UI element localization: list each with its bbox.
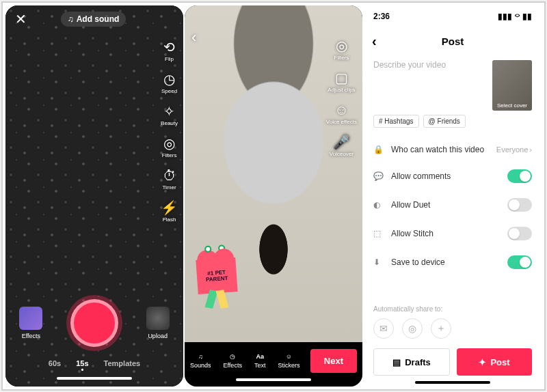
- music-note-icon: ♫: [68, 14, 74, 24]
- stitch-label: Allow Stitch: [391, 229, 433, 238]
- beauty-tool[interactable]: ✧ Beauty: [161, 104, 178, 126]
- allow-stitch-setting: ⬚ Allow Stitch: [373, 219, 532, 248]
- flash-off-icon: ⚡: [162, 200, 177, 215]
- preview-filters-label: Filters: [334, 55, 349, 61]
- sticker-text: #1 PET PARENT: [196, 268, 237, 283]
- flip-tool[interactable]: ⟲ Flip: [161, 40, 178, 62]
- battery-icon: ▮▮: [522, 12, 532, 21]
- clock-icon: ◷: [230, 353, 235, 360]
- effects-button[interactable]: Effects: [19, 307, 42, 339]
- comments-toggle[interactable]: [507, 169, 532, 183]
- speed-tool[interactable]: ◷ Speed: [161, 72, 178, 94]
- beauty-icon: ✧: [162, 104, 177, 119]
- adjust-clips-label: Adjust clips: [328, 87, 355, 93]
- timer-label: Timer: [162, 184, 176, 191]
- sounds-label: Sounds: [190, 362, 211, 369]
- friends-chip[interactable]: @ Friends: [423, 115, 466, 128]
- signal-icon: ▮▮▮: [498, 12, 512, 21]
- effects-edit-label: Effects: [224, 362, 242, 369]
- select-cover-label: Select cover: [497, 102, 527, 109]
- download-icon: ⬇: [373, 257, 384, 267]
- drafts-button[interactable]: ▤ Drafts: [373, 348, 450, 376]
- mode-templates[interactable]: Templates: [104, 359, 141, 372]
- flash-tool[interactable]: ⚡ Flash: [161, 200, 178, 223]
- mic-icon: 🎤: [334, 135, 349, 150]
- text-aa-icon: Aa: [256, 353, 264, 360]
- effects-edit-button[interactable]: ◷ Effects: [224, 353, 242, 369]
- back-button[interactable]: ‹: [372, 33, 377, 49]
- comments-label: Allow comments: [391, 171, 451, 181]
- voice-effects-tool[interactable]: ☺ Voice effects: [326, 102, 357, 125]
- privacy-value: Everyone: [496, 145, 528, 154]
- record-button[interactable]: [70, 299, 118, 347]
- preview-filters-tool[interactable]: ◎ Filters: [326, 38, 357, 61]
- duet-toggle[interactable]: [507, 198, 532, 212]
- camera-screen: ✕ ♫ Add sound ⟲ Flip ◷ Speed ✧ Beauty ◎: [5, 5, 183, 387]
- allow-duet-setting: ◐ Allow Duet: [373, 191, 532, 219]
- mode-selector: 60s 15s Templates: [49, 359, 140, 372]
- mode-15s[interactable]: 15s: [76, 359, 88, 372]
- page-title: Post: [442, 36, 464, 47]
- beauty-label: Beauty: [161, 120, 178, 126]
- lock-icon: 🔒: [373, 145, 384, 154]
- share-label: Automatically share to:: [373, 305, 532, 313]
- stitch-toggle[interactable]: [507, 227, 532, 240]
- filters-icon: ◎: [334, 38, 349, 53]
- adjust-clips-icon: ▢: [334, 70, 349, 85]
- voice-effects-label: Voice effects: [326, 119, 357, 125]
- drafts-label: Drafts: [405, 357, 431, 367]
- sounds-button[interactable]: ♫ Sounds: [190, 353, 211, 369]
- text-label: Text: [254, 362, 266, 369]
- filters-tool[interactable]: ◎ Filters: [161, 136, 178, 158]
- upload-button[interactable]: Upload: [146, 307, 170, 339]
- chat-icon: ✉: [379, 323, 388, 334]
- home-indicator[interactable]: [415, 381, 490, 384]
- upload-label: Upload: [148, 333, 168, 339]
- drafts-icon: ▤: [392, 357, 401, 367]
- hashtags-chip[interactable]: # Hashtags: [373, 115, 419, 128]
- add-sound-label: Add sound: [77, 14, 120, 24]
- description-input[interactable]: Describe your video: [373, 60, 487, 111]
- music-note-icon: ♫: [198, 353, 203, 360]
- effects-label: Effects: [22, 333, 40, 339]
- sticker-icon: ☺: [286, 353, 292, 360]
- home-indicator[interactable]: [57, 377, 132, 380]
- adjust-clips-tool[interactable]: ▢ Adjust clips: [326, 70, 357, 93]
- back-button[interactable]: ‹: [191, 29, 196, 46]
- next-button[interactable]: Next: [310, 349, 357, 373]
- share-instagram-button[interactable]: ◎: [402, 318, 423, 339]
- status-time: 2:36: [373, 12, 390, 21]
- privacy-setting[interactable]: 🔒 Who can watch this video Everyone›: [373, 137, 532, 162]
- select-cover-button[interactable]: Select cover: [492, 60, 532, 111]
- voiceover-tool[interactable]: 🎤 Voiceover: [326, 135, 357, 157]
- stickers-label: Stickers: [278, 362, 299, 369]
- duet-icon: ◐: [373, 200, 384, 210]
- sparkle-icon: ✦: [479, 357, 486, 367]
- stickers-button[interactable]: ☺ Stickers: [278, 353, 299, 369]
- chevron-right-icon: ›: [529, 145, 532, 154]
- save-label: Save to device: [391, 257, 445, 267]
- share-more-button[interactable]: ＋: [431, 318, 451, 339]
- filters-label: Filters: [162, 152, 177, 158]
- save-to-device-setting: ⬇ Save to device: [373, 248, 532, 277]
- home-indicator[interactable]: [236, 378, 311, 381]
- post-button[interactable]: ✦ Post: [457, 348, 532, 376]
- text-button[interactable]: Aa Text: [254, 353, 266, 369]
- duet-label: Allow Duet: [391, 200, 430, 210]
- upload-thumb: [146, 307, 170, 330]
- voice-effects-icon: ☺: [334, 102, 349, 117]
- close-button[interactable]: ✕: [15, 11, 27, 27]
- mode-60s[interactable]: 60s: [49, 359, 61, 372]
- timer-tool[interactable]: ⏱ Timer: [161, 168, 178, 191]
- post-screen: 2:36 ▮▮▮ ⌔ ▮▮ ‹ Post Describe your video…: [364, 5, 542, 387]
- share-message-button[interactable]: ✉: [373, 318, 394, 339]
- save-toggle[interactable]: [507, 255, 532, 269]
- flip-label: Flip: [165, 56, 174, 62]
- add-sound-button[interactable]: ♫ Add sound: [61, 12, 126, 27]
- pet-parent-sticker[interactable]: #1 PET PARENT: [197, 259, 237, 308]
- privacy-label: Who can watch this video: [391, 145, 484, 154]
- preview-screen: 2:36 ▮▮▮ ⌔ ▮▮ ‹ ◎ Filters ▢ Adjust clips…: [185, 5, 362, 387]
- status-icons: ▮▮▮ ⌔ ▮▮: [498, 12, 532, 21]
- filters-icon: ◎: [162, 136, 177, 151]
- instagram-icon: ◎: [408, 323, 416, 334]
